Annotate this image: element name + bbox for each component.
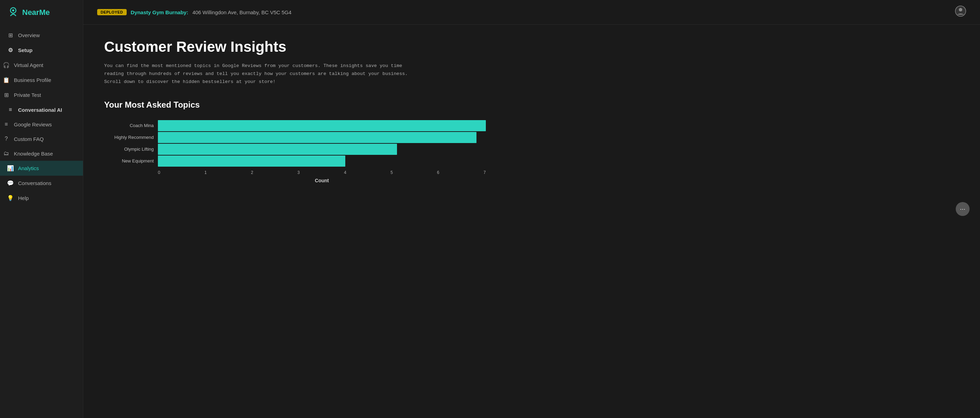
sidebar-item-label: Google Reviews: [14, 121, 52, 128]
bar-track: [158, 144, 486, 155]
bar-label: Highly Recommend: [104, 135, 158, 140]
sidebar-item-label: Setup: [18, 47, 33, 53]
sidebar: NearMe ⊞ Overview ⚙ Setup 🎧 Virtual Agen…: [0, 0, 83, 418]
overview-icon: ⊞: [7, 32, 14, 38]
bar-fill: [158, 144, 397, 155]
business-name: Dynasty Gym Burnaby:: [131, 10, 188, 15]
x-axis-title: Count: [158, 178, 486, 183]
chart-bar-row: New Equipment: [104, 156, 486, 167]
page-content: Customer Review Insights You can find th…: [83, 25, 980, 418]
sidebar-item-help[interactable]: 💡 Help: [0, 191, 83, 206]
x-tick-label: 0: [158, 170, 160, 175]
chart-bar-row: Coach Mina: [104, 120, 486, 131]
chart-container: Coach MinaHighly RecommendOlympic Liftin…: [104, 120, 486, 183]
sidebar-item-custom-faq[interactable]: ? Custom FAQ: [0, 132, 83, 146]
x-axis-title-row: Count: [104, 178, 486, 183]
topbar: DEPLOYED Dynasty Gym Burnaby: 406 Willin…: [83, 0, 980, 25]
bar-label: Olympic Lifting: [104, 147, 158, 152]
chart-bar-row: Olympic Lifting: [104, 144, 486, 155]
private-test-icon: ⊞: [3, 92, 10, 98]
conversational-ai-icon: ≡: [7, 107, 14, 113]
sidebar-item-conversations[interactable]: 💬 Conversations: [0, 175, 83, 191]
conversations-icon: 💬: [7, 180, 14, 187]
sidebar-item-label: Conversations: [18, 180, 51, 186]
sidebar-item-label: Business Profile: [14, 77, 51, 83]
x-tick-label: 2: [251, 170, 253, 175]
bar-track: [158, 132, 486, 143]
google-reviews-icon: ≡: [3, 121, 10, 128]
sidebar-item-knowledge-base[interactable]: 🗂 Knowledge Base: [0, 146, 83, 161]
bar-fill: [158, 120, 486, 131]
sidebar-item-label: Knowledge Base: [14, 151, 53, 156]
sidebar-item-analytics[interactable]: 📊 Analytics: [0, 161, 83, 175]
sidebar-item-label: Custom FAQ: [14, 136, 44, 142]
chart-bars: Coach MinaHighly RecommendOlympic Liftin…: [104, 120, 486, 168]
x-axis: 01234567: [104, 169, 486, 175]
analytics-icon: 📊: [7, 165, 14, 172]
x-axis-labels: 01234567: [158, 169, 486, 175]
topbar-left: DEPLOYED Dynasty Gym Burnaby: 406 Willin…: [97, 9, 291, 15]
sidebar-item-overview[interactable]: ⊞ Overview: [0, 28, 83, 43]
business-address: 406 Willingdon Ave, Burnaby, BC V5C 5G4: [192, 10, 291, 15]
deployed-badge: DEPLOYED: [97, 9, 127, 15]
help-icon: 💡: [7, 195, 14, 201]
sidebar-item-label: Overview: [18, 32, 40, 38]
svg-point-3: [959, 8, 962, 11]
sidebar-item-setup[interactable]: ⚙ Setup: [0, 43, 83, 57]
bar-label: Coach Mina: [104, 123, 158, 128]
chart-bar-row: Highly Recommend: [104, 132, 486, 143]
sidebar-item-label: Conversational AI: [18, 107, 62, 113]
x-tick-label: 5: [390, 170, 393, 175]
sidebar-item-conversational-ai[interactable]: ≡ Conversational AI: [0, 102, 83, 117]
x-tick-label: 4: [344, 170, 346, 175]
bar-track: [158, 156, 486, 167]
page-title: Customer Review Insights: [104, 38, 959, 55]
logo: NearMe: [0, 0, 83, 25]
x-tick-label: 1: [204, 170, 207, 175]
virtual-agent-icon: 🎧: [3, 62, 10, 69]
main-content: DEPLOYED Dynasty Gym Burnaby: 406 Willin…: [83, 0, 980, 418]
more-options-icon: ⋯: [960, 206, 966, 212]
more-options-button[interactable]: ⋯: [956, 202, 970, 216]
sidebar-item-virtual-agent[interactable]: 🎧 Virtual Agent: [0, 57, 83, 73]
section-title: Your Most Asked Topics: [104, 100, 959, 110]
sidebar-nav: ⊞ Overview ⚙ Setup 🎧 Virtual Agent 📋 Bus…: [0, 25, 83, 418]
setup-icon: ⚙: [7, 47, 14, 53]
svg-point-1: [12, 10, 14, 11]
sidebar-item-google-reviews[interactable]: ≡ Google Reviews: [0, 117, 83, 132]
bar-track: [158, 120, 486, 131]
logo-text: NearMe: [22, 8, 49, 17]
sidebar-item-private-test[interactable]: ⊞ Private Test: [0, 88, 83, 102]
x-tick-label: 7: [484, 170, 486, 175]
user-avatar[interactable]: [955, 6, 966, 19]
sidebar-item-business-profile[interactable]: 📋 Business Profile: [0, 73, 83, 88]
sidebar-item-label: Virtual Agent: [14, 62, 43, 68]
bar-label: New Equipment: [104, 158, 158, 164]
page-description: You can find the most mentioned topics i…: [104, 62, 417, 86]
bar-fill: [158, 132, 476, 143]
logo-icon: [7, 6, 19, 19]
knowledge-base-icon: 🗂: [3, 150, 10, 156]
sidebar-item-label: Analytics: [18, 165, 39, 171]
bar-fill: [158, 156, 345, 167]
x-tick-label: 6: [437, 170, 439, 175]
sidebar-item-label: Help: [18, 195, 29, 201]
sidebar-item-label: Private Test: [14, 92, 41, 98]
x-tick-label: 3: [298, 170, 300, 175]
custom-faq-icon: ?: [3, 136, 10, 142]
business-profile-icon: 📋: [3, 77, 10, 83]
